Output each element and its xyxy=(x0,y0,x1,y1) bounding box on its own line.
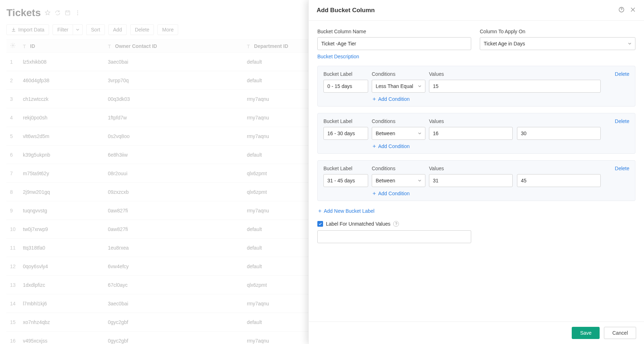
bucket-value-to-input[interactable] xyxy=(517,174,601,187)
delete-bucket-link[interactable]: Delete xyxy=(604,71,629,77)
unmatched-help-icon[interactable]: ? xyxy=(393,221,399,227)
modal-footer: Save Cancel xyxy=(309,321,644,344)
values-header: Values xyxy=(429,71,601,77)
bucket-label-header: Bucket Label xyxy=(323,118,368,124)
bucket-value-to-input[interactable] xyxy=(517,127,601,140)
condition-select[interactable]: Between xyxy=(372,127,425,140)
bucket-card: Bucket Label Conditions Values Delete Be… xyxy=(317,160,635,201)
condition-select[interactable]: Less Than Equal xyxy=(372,80,425,93)
add-condition-link[interactable]: Add Condition xyxy=(372,96,410,102)
add-condition-link[interactable]: Add Condition xyxy=(372,191,410,196)
modal-header: Add Bucket Column xyxy=(309,0,644,21)
modal-title: Add Bucket Column xyxy=(317,7,375,14)
delete-bucket-link[interactable]: Delete xyxy=(604,166,629,171)
bucket-value-from-input[interactable] xyxy=(429,127,513,140)
add-new-bucket-label-text: Add New Bucket Label xyxy=(324,208,375,214)
bucket-description-link[interactable]: Bucket Description xyxy=(317,54,471,59)
add-new-bucket-label-link[interactable]: Add New Bucket Label xyxy=(317,208,375,214)
bucket-name-label: Bucket Column Name xyxy=(317,29,471,34)
unmatched-label: Label For Unmatched Values xyxy=(326,221,390,227)
delete-bucket-link[interactable]: Delete xyxy=(604,118,629,124)
unmatched-value-input[interactable] xyxy=(317,230,471,243)
add-condition-text: Add Condition xyxy=(378,143,410,149)
add-bucket-column-panel: Add Bucket Column Bucket Column Name Buc… xyxy=(308,0,644,344)
apply-on-select[interactable]: Ticket Age in Days xyxy=(480,37,635,50)
cancel-label: Cancel xyxy=(612,330,628,336)
help-icon[interactable] xyxy=(618,6,625,14)
bucket-name-input[interactable] xyxy=(317,37,471,50)
save-label: Save xyxy=(580,330,591,336)
conditions-header: Conditions xyxy=(372,71,425,77)
add-condition-text: Add Condition xyxy=(378,96,410,102)
bucket-label-header: Bucket Label xyxy=(323,71,368,77)
conditions-header: Conditions xyxy=(372,166,425,171)
modal-body: Bucket Column Name Bucket Description Co… xyxy=(309,21,644,321)
apply-on-label: Column To Apply On xyxy=(480,29,635,34)
condition-value: Less Than Equal xyxy=(376,83,413,89)
condition-value: Between xyxy=(376,178,395,183)
values-header: Values xyxy=(429,166,601,171)
condition-select[interactable]: Between xyxy=(372,174,425,187)
conditions-header: Conditions xyxy=(372,118,425,124)
bucket-label-input[interactable] xyxy=(323,80,368,93)
bucket-label-input[interactable] xyxy=(323,127,368,140)
bucket-card: Bucket Label Conditions Values Delete Be… xyxy=(317,113,635,154)
bucket-value-from-input[interactable] xyxy=(429,174,513,187)
values-header: Values xyxy=(429,118,601,124)
unmatched-checkbox[interactable] xyxy=(317,221,323,227)
add-condition-link[interactable]: Add Condition xyxy=(372,143,410,149)
bucket-label-header: Bucket Label xyxy=(323,166,368,171)
add-condition-text: Add Condition xyxy=(378,191,410,196)
bucket-card: Bucket Label Conditions Values Delete Le… xyxy=(317,66,635,107)
values-wrap xyxy=(429,127,601,140)
cancel-button[interactable]: Cancel xyxy=(604,327,636,339)
values-wrap xyxy=(429,80,601,93)
condition-value: Between xyxy=(376,131,395,136)
save-button[interactable]: Save xyxy=(572,327,600,339)
bucket-value-input[interactable] xyxy=(429,80,601,93)
bucket-label-input[interactable] xyxy=(323,174,368,187)
apply-on-value: Ticket Age in Days xyxy=(484,41,525,46)
values-wrap xyxy=(429,174,601,187)
close-icon[interactable] xyxy=(630,6,636,14)
